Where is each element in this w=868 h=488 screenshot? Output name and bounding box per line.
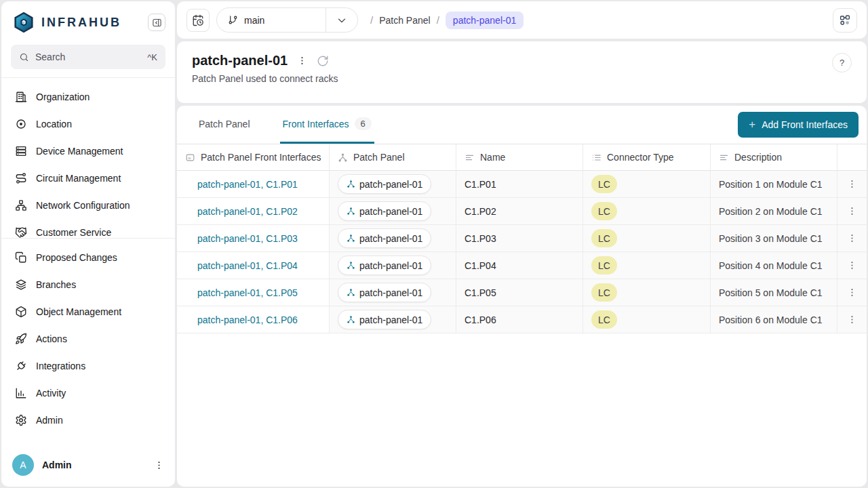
front-interfaces-table: Patch Panel Front Interfaces Patch Panel… (177, 144, 867, 333)
front-interface-link[interactable]: patch-panel-01, C1.P03 (197, 233, 298, 244)
sidebar-item-network-configuration[interactable]: Network Configuration (9, 192, 167, 219)
sidebar-item-label: Integrations (36, 361, 85, 371)
patch-panel-pill[interactable]: patch-panel-01 (338, 201, 431, 221)
sidebar-item-organization[interactable]: Organization (9, 83, 167, 110)
patch-panel-pill[interactable]: patch-panel-01 (338, 310, 431, 329)
sidebar-item-activity[interactable]: Activity (9, 380, 167, 407)
cell-connector-type: LC (583, 279, 711, 306)
column-label: Description (734, 152, 782, 163)
connector-type-badge: LC (591, 202, 617, 220)
column-header-description: Description (711, 144, 837, 171)
front-interface-link[interactable]: patch-panel-01, C1.P01 (197, 179, 298, 190)
user-menu-button[interactable] (154, 460, 164, 470)
patch-panel-pill[interactable]: patch-panel-01 (338, 283, 431, 302)
patch-panel-pill-label: patch-panel-01 (359, 233, 422, 244)
chevron-down-icon (336, 14, 348, 26)
cell-description: Position 3 on Module C1 (711, 225, 837, 252)
sidebar-item-branches[interactable]: Branches (9, 271, 167, 298)
front-interface-link[interactable]: patch-panel-01, C1.P02 (197, 206, 298, 217)
branch-selector[interactable]: main (216, 7, 358, 33)
app-root: INFRAHUB Search ^K Organization Location (0, 0, 868, 488)
row-actions-button[interactable] (844, 285, 860, 300)
breadcrumb-parent[interactable]: Patch Panel (379, 15, 431, 26)
cell-patch-panel: patch-panel-01 (330, 171, 456, 198)
breadcrumb-current[interactable]: patch-panel-01 (446, 12, 524, 29)
object-actions-button[interactable] (297, 56, 307, 66)
rocket-icon (15, 333, 27, 345)
tab-count-badge: 6 (355, 117, 372, 130)
app-name: INFRAHUB (41, 16, 121, 30)
help-button[interactable]: ? (832, 53, 852, 73)
time-travel-button[interactable] (186, 9, 210, 32)
kebab-icon (847, 233, 857, 243)
sidebar-item-customer-service[interactable]: Customer Service (9, 219, 167, 238)
cell-front-interface: patch-panel-01, C1.P06 (177, 306, 330, 333)
sidebar-item-label: Circuit Management (36, 173, 121, 184)
sidebar-item-admin[interactable]: Admin (9, 407, 167, 434)
cell-patch-panel: patch-panel-01 (330, 198, 456, 225)
cell-description: Position 4 on Module C1 (711, 252, 837, 279)
row-actions-button[interactable] (844, 230, 860, 246)
tab-label: Front Interfaces (283, 119, 349, 129)
cell-name: C1.P05 (456, 279, 583, 306)
column-label: Patch Panel Front Interfaces (201, 152, 321, 163)
row-actions-button[interactable] (844, 312, 860, 327)
cell-actions (837, 198, 867, 225)
bar-chart-icon (15, 387, 27, 399)
gear-icon (15, 414, 27, 426)
tabs-spacer (401, 106, 738, 144)
cell-description: Position 2 on Module C1 (711, 198, 837, 225)
calendar-clock-icon (192, 14, 204, 26)
refresh-button[interactable] (317, 55, 329, 67)
tab-patch-panel[interactable]: Patch Panel (196, 106, 253, 144)
row-actions-button[interactable] (844, 203, 860, 219)
table-row: patch-panel-01, C1.P04 patch-panel-01 C1… (177, 252, 867, 279)
sidebar: INFRAHUB Search ^K Organization Location (1, 1, 175, 487)
cell-front-interface: patch-panel-01, C1.P03 (177, 225, 330, 252)
text-icon (719, 152, 729, 163)
sidebar-item-actions[interactable]: Actions (9, 325, 167, 352)
search-input[interactable]: Search ^K (11, 45, 165, 69)
server-icon (15, 145, 27, 157)
text-icon (465, 152, 475, 163)
branch-name: main (244, 15, 264, 26)
kebab-icon (847, 260, 857, 270)
sidebar-secondary-menu: Proposed Changes Branches Object Managem… (1, 239, 175, 434)
row-actions-button[interactable] (844, 258, 860, 273)
front-interface-link[interactable]: patch-panel-01, C1.P06 (197, 314, 298, 325)
sidebar-item-label: Branches (36, 279, 76, 290)
cell-connector-type: LC (583, 252, 711, 279)
front-interface-link[interactable]: patch-panel-01, C1.P04 (197, 260, 298, 271)
patch-panel-pill-label: patch-panel-01 (359, 287, 422, 298)
table-row: patch-panel-01, C1.P01 patch-panel-01 C1… (177, 171, 867, 198)
patch-panel-pill[interactable]: patch-panel-01 (338, 256, 431, 275)
sidebar-item-location[interactable]: Location (9, 110, 167, 138)
refresh-icon (317, 55, 329, 67)
schema-visualizer-button[interactable] (833, 8, 857, 33)
cell-actions (837, 225, 867, 252)
sidebar-item-label: Customer Service (36, 227, 111, 238)
front-interface-link[interactable]: patch-panel-01, C1.P05 (197, 287, 298, 298)
branch-dropdown-toggle[interactable] (326, 14, 357, 26)
sidebar-collapse-button[interactable] (148, 14, 165, 31)
sidebar-item-integrations[interactable]: Integrations (9, 352, 167, 380)
table-row: patch-panel-01, C1.P06 patch-panel-01 C1… (177, 306, 867, 333)
tab-front-interfaces[interactable]: Front Interfaces 6 (280, 106, 374, 144)
row-actions-button[interactable] (844, 176, 860, 192)
sidebar-item-label: Location (36, 119, 72, 129)
user-menu[interactable]: A Admin (1, 446, 175, 487)
sidebar-item-circuit-management[interactable]: Circuit Management (9, 165, 167, 192)
git-branch-icon (228, 15, 238, 25)
table-header-row: Patch Panel Front Interfaces Patch Panel… (177, 144, 867, 171)
infrahub-logo[interactable]: INFRAHUB (12, 11, 121, 34)
column-header-connector-type: Connector Type (583, 144, 711, 171)
sidebar-item-proposed-changes[interactable]: Proposed Changes (9, 244, 167, 271)
patch-panel-pill[interactable]: patch-panel-01 (338, 174, 431, 194)
add-front-interfaces-button[interactable]: + Add Front Interfaces (738, 112, 859, 138)
avatar: A (12, 454, 34, 476)
patch-panel-pill-label: patch-panel-01 (359, 179, 422, 190)
patch-panel-pill[interactable]: patch-panel-01 (338, 228, 431, 248)
sidebar-item-object-management[interactable]: Object Management (9, 298, 167, 325)
sidebar-item-device-management[interactable]: Device Management (9, 138, 167, 165)
cell-patch-panel: patch-panel-01 (330, 252, 456, 279)
